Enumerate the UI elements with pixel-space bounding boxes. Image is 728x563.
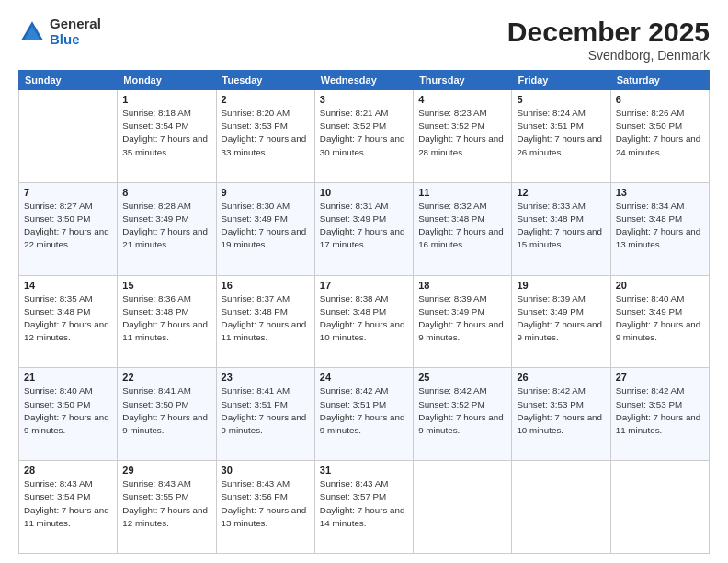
day-number: 29 bbox=[122, 465, 210, 476]
day-number: 7 bbox=[24, 187, 112, 198]
day-number: 18 bbox=[418, 280, 506, 291]
day-number: 23 bbox=[222, 372, 310, 383]
calendar-cell: 12Sunrise: 8:33 AMSunset: 3:48 PMDayligh… bbox=[512, 182, 610, 275]
day-info: Sunrise: 8:18 AMSunset: 3:54 PMDaylight:… bbox=[122, 107, 210, 159]
logo-general-label: General bbox=[50, 17, 101, 32]
day-info: Sunrise: 8:26 AMSunset: 3:50 PMDaylight:… bbox=[616, 107, 704, 159]
day-info: Sunrise: 8:42 AMSunset: 3:53 PMDaylight:… bbox=[616, 385, 704, 437]
day-number: 16 bbox=[222, 280, 310, 291]
calendar-cell: 18Sunrise: 8:39 AMSunset: 3:49 PMDayligh… bbox=[414, 275, 512, 368]
day-info: Sunrise: 8:41 AMSunset: 3:50 PMDaylight:… bbox=[122, 385, 210, 437]
calendar-cell: 17Sunrise: 8:38 AMSunset: 3:48 PMDayligh… bbox=[314, 275, 413, 368]
calendar-week-5: 28Sunrise: 8:43 AMSunset: 3:54 PMDayligh… bbox=[19, 461, 710, 554]
day-number: 21 bbox=[24, 372, 112, 383]
calendar-cell: 15Sunrise: 8:36 AMSunset: 3:48 PMDayligh… bbox=[118, 275, 216, 368]
day-info: Sunrise: 8:40 AMSunset: 3:50 PMDaylight:… bbox=[24, 385, 112, 437]
day-number: 19 bbox=[517, 280, 605, 291]
calendar-cell: 8Sunrise: 8:28 AMSunset: 3:49 PMDaylight… bbox=[118, 182, 216, 275]
day-number: 20 bbox=[616, 280, 704, 291]
weekday-header-monday: Monday bbox=[118, 71, 216, 90]
calendar-cell bbox=[19, 90, 118, 183]
logo-icon bbox=[18, 18, 46, 46]
calendar-cell bbox=[512, 461, 610, 554]
calendar-week-4: 21Sunrise: 8:40 AMSunset: 3:50 PMDayligh… bbox=[19, 368, 710, 461]
day-info: Sunrise: 8:41 AMSunset: 3:51 PMDaylight:… bbox=[222, 385, 310, 437]
day-info: Sunrise: 8:33 AMSunset: 3:48 PMDaylight:… bbox=[517, 200, 605, 252]
day-number: 11 bbox=[418, 187, 506, 198]
day-number: 3 bbox=[320, 94, 408, 105]
day-number: 15 bbox=[122, 280, 210, 291]
weekday-header-wednesday: Wednesday bbox=[314, 71, 413, 90]
day-number: 25 bbox=[418, 372, 506, 383]
day-info: Sunrise: 8:20 AMSunset: 3:53 PMDaylight:… bbox=[222, 107, 310, 159]
calendar-cell: 3Sunrise: 8:21 AMSunset: 3:52 PMDaylight… bbox=[314, 90, 413, 183]
day-info: Sunrise: 8:42 AMSunset: 3:51 PMDaylight:… bbox=[320, 385, 408, 437]
weekday-header-saturday: Saturday bbox=[610, 71, 709, 90]
day-info: Sunrise: 8:43 AMSunset: 3:56 PMDaylight:… bbox=[222, 477, 310, 530]
calendar-week-1: 1Sunrise: 8:18 AMSunset: 3:54 PMDaylight… bbox=[19, 90, 710, 183]
day-number: 4 bbox=[418, 94, 506, 105]
day-info: Sunrise: 8:43 AMSunset: 3:57 PMDaylight:… bbox=[320, 477, 408, 530]
calendar-cell: 6Sunrise: 8:26 AMSunset: 3:50 PMDaylight… bbox=[610, 90, 709, 183]
weekday-header-tuesday: Tuesday bbox=[216, 71, 314, 90]
day-info: Sunrise: 8:35 AMSunset: 3:48 PMDaylight:… bbox=[24, 293, 112, 345]
day-info: Sunrise: 8:30 AMSunset: 3:49 PMDaylight:… bbox=[222, 200, 310, 252]
weekday-header-thursday: Thursday bbox=[414, 71, 512, 90]
calendar-cell: 29Sunrise: 8:43 AMSunset: 3:55 PMDayligh… bbox=[118, 461, 216, 554]
day-number: 17 bbox=[320, 280, 408, 291]
day-info: Sunrise: 8:42 AMSunset: 3:52 PMDaylight:… bbox=[418, 385, 506, 437]
day-number: 22 bbox=[122, 372, 210, 383]
logo-blue-label: Blue bbox=[50, 32, 101, 48]
calendar-cell: 10Sunrise: 8:31 AMSunset: 3:49 PMDayligh… bbox=[314, 182, 413, 275]
day-number: 28 bbox=[24, 465, 112, 476]
calendar-cell: 22Sunrise: 8:41 AMSunset: 3:50 PMDayligh… bbox=[118, 368, 216, 461]
calendar-cell: 5Sunrise: 8:24 AMSunset: 3:51 PMDaylight… bbox=[512, 90, 610, 183]
calendar-cell: 11Sunrise: 8:32 AMSunset: 3:48 PMDayligh… bbox=[414, 182, 512, 275]
calendar-cell bbox=[414, 461, 512, 554]
calendar-cell: 14Sunrise: 8:35 AMSunset: 3:48 PMDayligh… bbox=[19, 275, 118, 368]
day-info: Sunrise: 8:42 AMSunset: 3:53 PMDaylight:… bbox=[517, 385, 605, 437]
day-info: Sunrise: 8:38 AMSunset: 3:48 PMDaylight:… bbox=[320, 293, 408, 345]
calendar-cell: 19Sunrise: 8:39 AMSunset: 3:49 PMDayligh… bbox=[512, 275, 610, 368]
calendar-table: SundayMondayTuesdayWednesdayThursdayFrid… bbox=[18, 70, 710, 554]
day-info: Sunrise: 8:23 AMSunset: 3:52 PMDaylight:… bbox=[418, 107, 506, 159]
calendar-cell: 25Sunrise: 8:42 AMSunset: 3:52 PMDayligh… bbox=[414, 368, 512, 461]
calendar-cell: 1Sunrise: 8:18 AMSunset: 3:54 PMDaylight… bbox=[118, 90, 216, 183]
day-info: Sunrise: 8:24 AMSunset: 3:51 PMDaylight:… bbox=[517, 107, 605, 159]
day-info: Sunrise: 8:39 AMSunset: 3:49 PMDaylight:… bbox=[517, 293, 605, 345]
logo-text: General Blue bbox=[50, 17, 101, 47]
calendar-cell: 26Sunrise: 8:42 AMSunset: 3:53 PMDayligh… bbox=[512, 368, 610, 461]
day-number: 24 bbox=[320, 372, 408, 383]
day-number: 10 bbox=[320, 187, 408, 198]
day-number: 30 bbox=[222, 465, 310, 476]
calendar-cell: 20Sunrise: 8:40 AMSunset: 3:49 PMDayligh… bbox=[610, 275, 709, 368]
calendar-cell: 24Sunrise: 8:42 AMSunset: 3:51 PMDayligh… bbox=[314, 368, 413, 461]
calendar-cell: 16Sunrise: 8:37 AMSunset: 3:48 PMDayligh… bbox=[216, 275, 314, 368]
day-number: 1 bbox=[122, 94, 210, 105]
calendar-cell: 9Sunrise: 8:30 AMSunset: 3:49 PMDaylight… bbox=[216, 182, 314, 275]
calendar-header: SundayMondayTuesdayWednesdayThursdayFrid… bbox=[19, 71, 710, 90]
day-number: 6 bbox=[616, 94, 704, 105]
logo: General Blue bbox=[18, 17, 101, 47]
day-number: 14 bbox=[24, 280, 112, 291]
day-info: Sunrise: 8:21 AMSunset: 3:52 PMDaylight:… bbox=[320, 107, 408, 159]
calendar-cell: 2Sunrise: 8:20 AMSunset: 3:53 PMDaylight… bbox=[216, 90, 314, 183]
header: General Blue December 2025 Svendborg, De… bbox=[18, 17, 710, 63]
month-title: December 2025 bbox=[507, 17, 710, 48]
day-info: Sunrise: 8:39 AMSunset: 3:49 PMDaylight:… bbox=[418, 293, 506, 345]
day-number: 26 bbox=[517, 372, 605, 383]
day-number: 5 bbox=[517, 94, 605, 105]
day-number: 9 bbox=[222, 187, 310, 198]
calendar-cell: 27Sunrise: 8:42 AMSunset: 3:53 PMDayligh… bbox=[610, 368, 709, 461]
day-info: Sunrise: 8:34 AMSunset: 3:48 PMDaylight:… bbox=[616, 200, 704, 252]
calendar-cell: 30Sunrise: 8:43 AMSunset: 3:56 PMDayligh… bbox=[216, 461, 314, 554]
day-info: Sunrise: 8:43 AMSunset: 3:54 PMDaylight:… bbox=[24, 477, 112, 530]
calendar-cell: 4Sunrise: 8:23 AMSunset: 3:52 PMDaylight… bbox=[414, 90, 512, 183]
day-number: 2 bbox=[222, 94, 310, 105]
calendar-cell: 21Sunrise: 8:40 AMSunset: 3:50 PMDayligh… bbox=[19, 368, 118, 461]
day-number: 27 bbox=[616, 372, 704, 383]
day-info: Sunrise: 8:37 AMSunset: 3:48 PMDaylight:… bbox=[222, 293, 310, 345]
day-number: 31 bbox=[320, 465, 408, 476]
calendar-cell: 28Sunrise: 8:43 AMSunset: 3:54 PMDayligh… bbox=[19, 461, 118, 554]
title-block: December 2025 Svendborg, Denmark bbox=[507, 17, 710, 63]
